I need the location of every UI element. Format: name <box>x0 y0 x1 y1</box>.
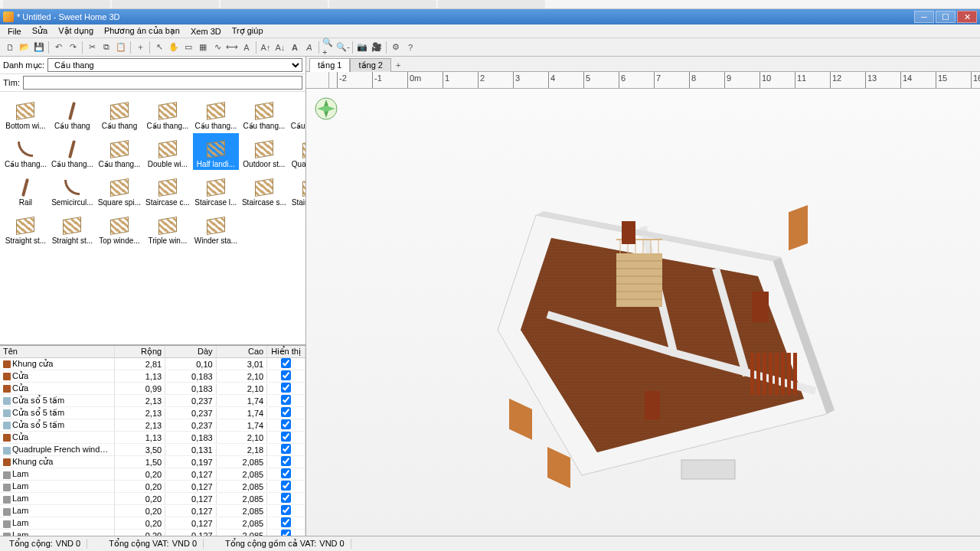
preferences-button[interactable]: ⚙ <box>389 41 403 54</box>
col-visible[interactable]: Hiển thị <box>267 346 305 357</box>
bold-button[interactable]: A <box>288 41 302 54</box>
catalog-item[interactable]: Winder sta... <box>193 210 239 246</box>
menu-help[interactable]: Trợ giúp <box>227 24 268 37</box>
undo-button[interactable]: ↶ <box>51 41 65 54</box>
catalog-item[interactable]: Semicircul... <box>50 171 95 208</box>
col-depth[interactable]: Dày <box>165 346 217 357</box>
visibility-checkbox[interactable] <box>281 505 291 515</box>
catalog-item[interactable]: Double wi... <box>144 133 191 170</box>
catalog-item[interactable]: Rail <box>3 171 48 208</box>
table-row[interactable]: Lam0,200,1272,085 <box>0 530 305 536</box>
visibility-checkbox[interactable] <box>281 456 291 466</box>
table-row[interactable]: Quadruple French window 3 ...3,500,1312,… <box>0 444 305 456</box>
text-tool[interactable]: A <box>240 41 253 54</box>
cut-button[interactable]: ✂ <box>85 41 99 54</box>
add-furniture-button[interactable]: ＋ <box>133 41 147 54</box>
furniture-catalog[interactable]: Bottom wi...Cầu thangCầu thangCầu thang.… <box>0 92 305 344</box>
view-3d[interactable] <box>306 89 980 536</box>
catalog-item[interactable]: Half landi... <box>193 133 239 170</box>
table-row[interactable]: Cửa sổ 5 tấm2,130,2371,74 <box>0 407 305 419</box>
visibility-checkbox[interactable] <box>281 383 291 393</box>
catalog-item[interactable]: Bottom wi... <box>3 95 48 132</box>
table-row[interactable]: Lam0,200,1272,085 <box>0 481 305 493</box>
pan-tool[interactable]: ✋ <box>167 41 181 54</box>
catalog-item[interactable]: Cầu thang <box>96 95 142 132</box>
text-smaller-button[interactable]: A↓ <box>273 41 287 54</box>
catalog-item[interactable]: Staircase s... <box>240 171 288 208</box>
catalog-item[interactable]: Straight st... <box>50 210 95 246</box>
table-row[interactable]: Khung cửa1,500,1972,085 <box>0 456 305 468</box>
catalog-item[interactable]: Staircase ... <box>289 171 305 208</box>
save-button[interactable]: 💾 <box>32 41 46 54</box>
catalog-item[interactable]: Cầu thang... <box>50 133 95 170</box>
open-button[interactable]: 📂 <box>18 41 31 54</box>
redo-button[interactable]: ↷ <box>66 41 80 54</box>
catalog-item[interactable]: Cầu thang... <box>144 95 191 132</box>
table-row[interactable]: Khung cửa2,810,103,01 <box>0 358 305 370</box>
minimize-button[interactable]: ─ <box>914 11 934 23</box>
catalog-item[interactable]: Staircase c... <box>144 171 191 208</box>
zoom-in-button[interactable]: 🔍+ <box>322 41 335 54</box>
visibility-checkbox[interactable] <box>281 432 291 442</box>
catalog-item[interactable]: Cầu thang <box>50 95 95 132</box>
visibility-checkbox[interactable] <box>281 493 291 503</box>
col-width[interactable]: Rộng <box>115 346 166 357</box>
catalog-item[interactable]: Square spi... <box>96 171 142 208</box>
catalog-item[interactable]: Top winde... <box>96 210 142 246</box>
table-row[interactable]: Lam0,200,1272,085 <box>0 493 305 505</box>
catalog-item[interactable]: Cầu thang... <box>289 95 305 132</box>
dimension-tool[interactable]: ⟷ <box>225 41 239 54</box>
video-button[interactable]: 🎥 <box>370 41 384 54</box>
room-tool[interactable]: ▦ <box>196 41 210 54</box>
catalog-item[interactable]: Straight st... <box>3 210 48 246</box>
col-name[interactable]: Tên <box>0 346 115 357</box>
catalog-item[interactable]: Outdoor st... <box>240 133 288 170</box>
table-row[interactable]: Cửa1,130,1832,10 <box>0 432 305 444</box>
table-row[interactable]: Cửa0,990,1832,10 <box>0 383 305 395</box>
table-row[interactable]: Cửa1,130,1832,10 <box>0 370 305 383</box>
photo-button[interactable]: 📷 <box>355 41 369 54</box>
visibility-checkbox[interactable] <box>281 481 291 491</box>
italic-button[interactable]: A <box>302 41 316 54</box>
new-button[interactable]: 🗋 <box>3 41 17 54</box>
menu-edit[interactable]: Sửa <box>28 24 52 37</box>
table-row[interactable]: Lam0,200,1272,085 <box>0 468 305 481</box>
catalog-item[interactable]: Cầu thang... <box>240 95 288 132</box>
tab-floor2[interactable]: tầng 2 <box>350 58 390 72</box>
catalog-item[interactable]: Cầu thang... <box>96 133 142 170</box>
visibility-checkbox[interactable] <box>281 419 291 429</box>
compass-icon[interactable] <box>314 96 338 121</box>
visibility-checkbox[interactable] <box>281 370 291 380</box>
paste-button[interactable]: 📋 <box>114 41 128 54</box>
copy-button[interactable]: ⧉ <box>100 41 113 54</box>
table-row[interactable]: Lam0,200,1272,085 <box>0 517 305 530</box>
text-bigger-button[interactable]: A↑ <box>259 41 273 54</box>
table-row[interactable]: Cửa sổ 5 tấm2,130,2371,74 <box>0 395 305 407</box>
col-height[interactable]: Cao <box>217 346 268 357</box>
table-header[interactable]: Tên Rộng Dày Cao Hiển thị <box>0 346 305 358</box>
select-tool[interactable]: ↖ <box>152 41 166 54</box>
visibility-checkbox[interactable] <box>281 517 291 527</box>
visibility-checkbox[interactable] <box>281 395 291 405</box>
catalog-item[interactable]: Quarter la... <box>289 133 305 170</box>
search-input[interactable] <box>23 76 302 90</box>
visibility-checkbox[interactable] <box>281 468 291 478</box>
tab-floor1[interactable]: tầng 1 <box>309 58 350 72</box>
wall-tool[interactable]: ▭ <box>181 41 195 54</box>
visibility-checkbox[interactable] <box>281 444 291 454</box>
add-floor-button[interactable]: + <box>391 59 405 71</box>
catalog-item[interactable]: Staircase l... <box>193 171 239 208</box>
menu-plan[interactable]: Phương án của bạn <box>100 24 185 37</box>
table-row[interactable]: Cửa sổ 5 tấm2,130,2371,74 <box>0 419 305 432</box>
close-button[interactable]: ✕ <box>957 11 977 23</box>
catalog-item[interactable]: Triple win... <box>144 210 191 246</box>
menu-furniture[interactable]: Vật dụng <box>54 24 98 37</box>
zoom-out-button[interactable]: 🔍- <box>336 41 350 54</box>
help-button[interactable]: ? <box>403 41 417 54</box>
menu-file[interactable]: File <box>3 25 26 37</box>
catalog-item[interactable]: Cầu thang... <box>3 133 48 170</box>
catalog-item[interactable]: Cầu thang... <box>193 95 239 132</box>
visibility-checkbox[interactable] <box>281 358 291 368</box>
visibility-checkbox[interactable] <box>281 407 291 417</box>
table-row[interactable]: Lam0,200,1272,085 <box>0 505 305 517</box>
